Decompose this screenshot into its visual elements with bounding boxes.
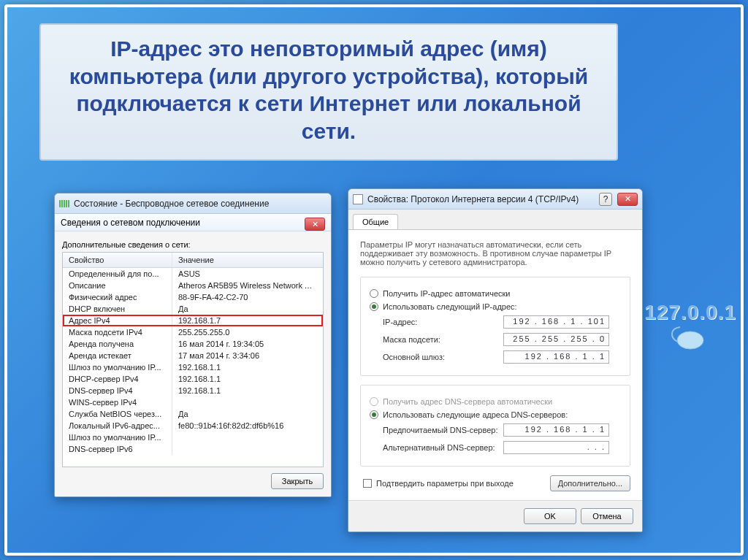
ip-group: Получить IP-адрес автоматически Использо… <box>360 277 630 376</box>
mask-label: Маска подсети: <box>383 335 503 344</box>
cell-value <box>172 431 323 443</box>
cell-value: 192.168.1.1 <box>172 373 323 385</box>
cell-property: DNS-сервер IPv4 <box>63 385 172 396</box>
table-row[interactable]: Локальный IPv6-адрес...fe80::91b4:16f:82… <box>63 420 323 431</box>
table-row[interactable]: Шлюз по умолчанию IP...192.168.1.1 <box>63 361 323 373</box>
close-icon[interactable]: ✕ <box>305 218 325 231</box>
ipv4-title: Свойства: Протокол Интернета версии 4 (T… <box>367 194 579 204</box>
mask-field[interactable]: 255 . 255 . 255 . 0 <box>503 333 609 346</box>
tab-general[interactable]: Общие <box>353 214 398 229</box>
radio-icon <box>370 302 378 311</box>
table-row[interactable]: DHCP-сервер IPv4192.168.1.1 <box>63 373 323 385</box>
cell-value: Да <box>172 408 323 420</box>
status-title: Состояние - Беспроводное сетевое соедине… <box>74 199 269 209</box>
row-dns2: Альтернативный DNS-сервер: . . . <box>370 441 621 454</box>
gw-label: Основной шлюз: <box>383 353 503 361</box>
opt-manual-dns-label: Использовать следующие адреса DNS-сервер… <box>383 410 568 419</box>
cell-property: DHCP-сервер IPv4 <box>63 373 172 385</box>
details-grid: Свойство Значение Определенный для по...… <box>62 252 324 467</box>
table-row[interactable]: DNS-сервер IPv4192.168.1.1 <box>63 385 323 396</box>
table-row[interactable]: Определенный для по...ASUS <box>63 268 323 280</box>
table-row[interactable]: Шлюз по умолчанию IP... <box>63 431 323 443</box>
details-title: Сведения о сетевом подключении <box>61 218 200 228</box>
cell-value: Да <box>172 303 323 315</box>
tabstrip: Общие <box>348 210 642 230</box>
dns2-label: Альтернативный DNS-сервер: <box>383 443 503 452</box>
details-buttonbar: Закрыть <box>62 467 324 489</box>
cancel-button[interactable]: Отмена <box>581 508 633 524</box>
table-row[interactable]: DHCP включенДа <box>63 303 323 315</box>
svg-point-0 <box>677 331 703 349</box>
heading-text: IP-адрес это неповторимый адрес (имя) ко… <box>58 35 599 145</box>
cell-property: Шлюз по умолчанию IP... <box>63 361 172 373</box>
ipv4-properties-window: Свойства: Протокол Интернета версии 4 (T… <box>348 188 643 532</box>
details-label: Дополнительные сведения о сети: <box>62 237 324 252</box>
wifi-icon <box>59 200 69 207</box>
close-icon[interactable]: ✕ <box>617 193 638 206</box>
cell-property: Описание <box>63 280 172 291</box>
help-icon[interactable]: ? <box>599 193 612 206</box>
opt-manual-dns[interactable]: Использовать следующие адреса DNS-сервер… <box>370 410 621 419</box>
table-row[interactable]: Аренда получена16 мая 2014 г. 19:34:05 <box>63 338 323 350</box>
dns1-label: Предпочитаемый DNS-сервер: <box>383 426 503 434</box>
cell-value: ASUS <box>172 268 323 280</box>
table-row[interactable]: Физический адрес88-9F-FA-42-C2-70 <box>63 291 323 303</box>
dns2-field[interactable]: . . . <box>503 441 609 454</box>
cell-property: DNS-сервер IPv6 <box>63 443 172 455</box>
cell-value: Atheros AR5B95 Wireless Network Adapt <box>172 280 323 291</box>
radio-icon <box>370 289 378 298</box>
cell-value <box>172 396 323 408</box>
cell-property: Маска подсети IPv4 <box>63 326 172 338</box>
row-ip: IP-адрес: 192 . 168 . 1 . 101 <box>370 315 621 329</box>
details-titlebar[interactable]: Сведения о сетевом подключении ✕ <box>55 214 331 231</box>
grid-rows[interactable]: Определенный для по...ASUSОписаниеAthero… <box>63 268 323 467</box>
opt-manual-ip[interactable]: Использовать следующий IP-адрес: <box>370 302 621 311</box>
table-row[interactable]: Аренда истекает17 мая 2014 г. 3:34:06 <box>63 350 323 361</box>
ipv4-titlebar[interactable]: Свойства: Протокол Интернета версии 4 (T… <box>348 189 642 210</box>
status-window: Состояние - Беспроводное сетевое соедине… <box>54 193 332 497</box>
radio-icon <box>370 410 378 419</box>
cell-property: Шлюз по умолчанию IP... <box>63 431 172 443</box>
opt-auto-dns: Получить адрес DNS-сервера автоматически <box>370 397 621 406</box>
ipv4-pane: Параметры IP могут назначаться автоматич… <box>348 230 642 500</box>
table-row[interactable]: Адрес IPv4192.168.1.7 <box>63 315 323 326</box>
confirm-on-exit[interactable]: Подтвердить параметры при выходе Дополни… <box>360 475 630 491</box>
cell-value: 192.168.1.1 <box>172 361 323 373</box>
table-row[interactable]: WINS-сервер IPv4 <box>63 396 323 408</box>
row-gw: Основной шлюз: 192 . 168 . 1 . 1 <box>370 350 621 364</box>
row-mask: Маска подсети: 255 . 255 . 255 . 0 <box>370 333 621 346</box>
mouse-icon <box>667 323 714 352</box>
table-row[interactable]: Служба NetBIOS через...Да <box>63 408 323 420</box>
ipv4-footer: OK Отмена <box>348 500 642 532</box>
col-property: Свойство <box>63 253 172 267</box>
gw-field[interactable]: 192 . 168 . 1 . 1 <box>503 350 609 364</box>
table-row[interactable]: DNS-сервер IPv6 <box>63 443 323 455</box>
grid-header: Свойство Значение <box>63 253 323 268</box>
cell-value: 17 мая 2014 г. 3:34:06 <box>172 350 323 361</box>
ip-field[interactable]: 192 . 168 . 1 . 101 <box>503 315 609 329</box>
cell-property: Локальный IPv6-адрес... <box>63 420 172 431</box>
cell-value: fe80::91b4:16f:82d2:df6b%16 <box>172 420 323 431</box>
ok-button[interactable]: OK <box>524 508 576 524</box>
table-row[interactable]: Маска подсети IPv4255.255.255.0 <box>63 326 323 338</box>
col-value: Значение <box>172 253 323 267</box>
confirm-on-exit-label: Подтвердить параметры при выходе <box>376 479 514 488</box>
status-titlebar[interactable]: Состояние - Беспроводное сетевое соедине… <box>55 193 331 214</box>
cell-property: WINS-сервер IPv4 <box>63 396 172 408</box>
dialog-icon <box>353 194 363 204</box>
details-body: Дополнительные сведения о сети: Свойство… <box>55 231 331 496</box>
cell-value: 192.168.1.7 <box>172 315 323 326</box>
opt-auto-dns-label: Получить адрес DNS-сервера автоматически <box>383 397 552 406</box>
ipv4-body: Общие Параметры IP могут назначаться авт… <box>348 210 642 532</box>
close-button[interactable]: Закрыть <box>271 473 324 489</box>
radio-icon <box>370 397 378 406</box>
cell-property: Физический адрес <box>63 291 172 303</box>
advanced-button[interactable]: Дополнительно... <box>550 475 630 491</box>
dns1-field[interactable]: 192 . 168 . 1 . 1 <box>503 423 609 437</box>
table-row[interactable]: ОписаниеAtheros AR5B95 Wireless Network … <box>63 280 323 291</box>
ip-label: IP-адрес: <box>383 318 503 326</box>
dns-group: Получить адрес DNS-сервера автоматически… <box>360 385 630 467</box>
opt-auto-ip[interactable]: Получить IP-адрес автоматически <box>370 289 621 298</box>
heading-panel: IP-адрес это неповторимый адрес (имя) ко… <box>39 23 618 161</box>
row-dns1: Предпочитаемый DNS-сервер: 192 . 168 . 1… <box>370 423 621 437</box>
